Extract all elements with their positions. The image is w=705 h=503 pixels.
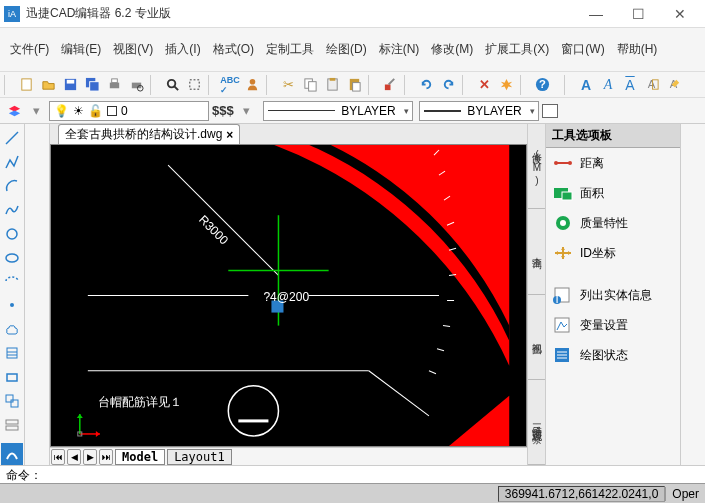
polyline-icon[interactable] [2, 152, 22, 172]
matchprop-icon[interactable] [380, 75, 400, 95]
layer-manager-icon[interactable] [4, 101, 24, 121]
app-icon[interactable] [1, 443, 23, 465]
menu-dimension[interactable]: 标注(N) [373, 38, 426, 61]
arc-icon[interactable] [2, 176, 22, 196]
linetype-dropdown[interactable]: BYLAYER [263, 101, 413, 121]
text-icon[interactable] [2, 415, 22, 435]
menu-view[interactable]: 视图(V) [107, 38, 159, 61]
redo-icon[interactable] [438, 75, 458, 95]
nav-last-icon[interactable]: ⏭ [99, 449, 113, 465]
save-icon[interactable] [60, 75, 80, 95]
lightbulb-icon: 💡 [54, 104, 69, 118]
text-props-icon[interactable]: A [642, 75, 662, 95]
lineweight-dropdown[interactable]: BYLAYER [419, 101, 539, 121]
side-tab-3dorbit[interactable]: 三维动态观察 [528, 380, 545, 465]
text-style-a2-icon[interactable]: A [598, 75, 618, 95]
save-all-icon[interactable] [82, 75, 102, 95]
ellipse-arc-icon[interactable] [2, 272, 22, 292]
menu-format[interactable]: 格式(O) [207, 38, 260, 61]
side-tab-view[interactable]: 视图 [528, 295, 545, 380]
menu-help[interactable]: 帮助(H) [611, 38, 664, 61]
currency-label[interactable]: $$$ [212, 101, 234, 121]
close-button[interactable]: ✕ [659, 0, 701, 28]
command-line[interactable]: 命令： [0, 465, 705, 483]
svg-point-28 [10, 303, 14, 307]
explode-icon[interactable] [496, 75, 516, 95]
ellipse-icon[interactable] [2, 248, 22, 268]
circle-icon[interactable] [2, 224, 22, 244]
point-icon[interactable] [2, 295, 22, 315]
color-swatch[interactable] [542, 104, 558, 118]
layer-prev-icon[interactable]: ▾ [26, 101, 46, 121]
find-icon[interactable] [162, 75, 182, 95]
copyclip-icon[interactable] [322, 75, 342, 95]
menu-ext-tools[interactable]: 扩展工具(X) [479, 38, 555, 61]
svg-rect-29 [7, 348, 17, 358]
menu-modify[interactable]: 修改(M) [425, 38, 479, 61]
status-bar: 369941.6712,661422.0241,0 Oper [0, 483, 705, 503]
new-icon[interactable] [16, 75, 36, 95]
document-tab[interactable]: 全套古典拱桥的结构设计.dwg × [58, 124, 240, 144]
palette-item-list[interactable]: i 列出实体信息 [546, 280, 680, 310]
open-icon[interactable] [38, 75, 58, 95]
svg-point-85 [560, 220, 566, 226]
svg-rect-6 [111, 79, 117, 83]
spellcheck-icon[interactable]: ABC✓ [220, 75, 240, 95]
layout1-tab[interactable]: Layout1 [167, 449, 232, 465]
palette-item-status[interactable]: 绘图状态 [546, 340, 680, 370]
select-icon[interactable] [184, 75, 204, 95]
svg-rect-14 [308, 82, 316, 91]
paste-icon[interactable] [344, 75, 364, 95]
palette-item-distance[interactable]: 距离 [546, 148, 680, 178]
palette-item-area[interactable]: 面积 [546, 178, 680, 208]
menu-edit[interactable]: 编辑(E) [55, 38, 107, 61]
svg-rect-2 [66, 80, 74, 84]
text-style-a1-icon[interactable]: A [576, 75, 596, 95]
hatch-icon[interactable] [2, 343, 22, 363]
delete-icon[interactable]: ✕ [474, 75, 494, 95]
nav-first-icon[interactable]: ⏮ [51, 449, 65, 465]
document-tab-bar: 全套古典拱桥的结构设计.dwg × [50, 124, 527, 144]
svg-point-74 [228, 386, 278, 436]
svg-line-62 [429, 371, 436, 374]
palette-item-var[interactable]: 变量设置 [546, 310, 680, 340]
close-tab-icon[interactable]: × [226, 128, 233, 142]
help-icon[interactable]: ? [532, 75, 552, 95]
app-logo-icon: iA [4, 6, 20, 22]
undo-icon[interactable] [416, 75, 436, 95]
nav-next-icon[interactable]: ▶ [83, 449, 97, 465]
user-icon[interactable] [242, 75, 262, 95]
line-icon[interactable] [2, 128, 22, 148]
dropdown-arrow-icon[interactable]: ▾ [237, 101, 257, 121]
region-icon[interactable] [2, 391, 22, 411]
menu-draw[interactable]: 绘图(D) [320, 38, 373, 61]
side-tab-inquiry[interactable]: 查询 [528, 209, 545, 294]
copy-icon[interactable] [300, 75, 320, 95]
maximize-button[interactable]: ☐ [617, 0, 659, 28]
model-tab[interactable]: Model [115, 449, 165, 465]
palette-item-id[interactable]: ID坐标 [546, 238, 680, 268]
print-preview-icon[interactable] [126, 75, 146, 95]
menu-window[interactable]: 窗口(W) [555, 38, 610, 61]
drawing-canvas[interactable]: R3000 ?4@200 台帽配筋详见１ [50, 144, 527, 447]
rectangle-icon[interactable] [2, 367, 22, 387]
print-icon[interactable] [104, 75, 124, 95]
draw-toolbar-left [0, 124, 25, 465]
layer-dropdown[interactable]: 💡 ☀ 🔓 0 [49, 101, 209, 121]
text-edit-icon[interactable]: A [664, 75, 684, 95]
side-tab-modify[interactable]: 修改(M) [528, 124, 545, 209]
menu-custom-tools[interactable]: 定制工具 [260, 38, 320, 61]
palette-item-massprop[interactable]: 质量特性 [546, 208, 680, 238]
svg-text:i: i [556, 292, 559, 304]
minimize-button[interactable]: — [575, 0, 617, 28]
spline-icon[interactable] [2, 200, 22, 220]
standard-toolbar: ABC✓ ✂ ✕ ? A A A A A [0, 72, 705, 98]
revision-cloud-icon[interactable] [2, 319, 22, 339]
text-style-a3-icon[interactable]: A [620, 75, 640, 95]
svg-text:?4@200: ?4@200 [263, 290, 309, 304]
menu-file[interactable]: 文件(F) [4, 38, 55, 61]
nav-prev-icon[interactable]: ◀ [67, 449, 81, 465]
layer-toolbar: ▾ 💡 ☀ 🔓 0 $$$ ▾ BYLAYER BYLAYER [0, 98, 705, 124]
cut-icon[interactable]: ✂ [278, 75, 298, 95]
menu-insert[interactable]: 插入(I) [159, 38, 206, 61]
